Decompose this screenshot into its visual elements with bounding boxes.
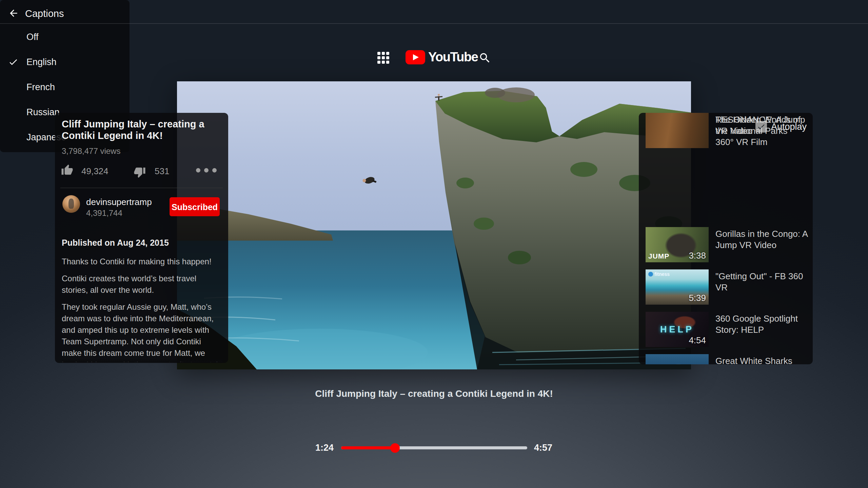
like-dislike-row: 49,324 531 — [60, 163, 223, 179]
captions-menu-title: Captions — [25, 8, 64, 19]
caption-option-english[interactable]: English — [0, 49, 868, 75]
divider — [60, 188, 223, 188]
up-next-title: RESONANCE: A Jump VR Video — [715, 114, 808, 137]
divider — [0, 23, 868, 24]
caption-option-label: English — [26, 49, 57, 75]
up-next-item[interactable]: fitness 5:39 "Getting Out" - FB 360 VR — [646, 269, 808, 309]
progress-fill — [341, 446, 395, 449]
thumbs-down-icon[interactable] — [134, 166, 146, 178]
up-next-title: Great White Sharks 360 Video 4K!! — [715, 355, 808, 364]
caption-option-label: French — [26, 75, 55, 100]
caption-option-label: Off — [26, 24, 39, 49]
video-thumbnail: HELP 4:54 — [646, 312, 709, 347]
progress-knob[interactable] — [390, 443, 400, 453]
dislike-count: 531 — [155, 166, 169, 177]
thumbnail-overlay-text: JUMP — [648, 252, 669, 260]
captions-menu-header: Captions — [0, 0, 868, 23]
video-frame — [177, 81, 691, 369]
up-next-title: Gorillas in the Congo: A Jump VR Video — [715, 228, 808, 251]
progress-track[interactable] — [341, 446, 527, 449]
caption-option-label: Russian — [26, 100, 60, 125]
caption-option-off[interactable]: Off — [0, 24, 868, 49]
description-paragraph: Thanks to Contiki for making this happen… — [62, 256, 223, 267]
thumbnail-overlay-text: HELP — [646, 324, 709, 335]
player-video-title: Cliff Jumping Italy – creating a Contiki… — [0, 388, 868, 399]
up-next-item[interactable]: JUMP 3:38 Gorillas in the Congo: A Jump … — [646, 227, 808, 266]
thumbs-up-icon[interactable] — [61, 164, 73, 176]
channel-name[interactable]: devinsupertramp — [86, 197, 152, 207]
current-time: 1:24 — [305, 443, 334, 453]
video-title: Cliff Jumping Italy – creating a Contiki… — [62, 118, 223, 141]
publish-date: Published on Aug 24, 2015 — [62, 238, 169, 248]
video-duration: 3:38 — [689, 250, 706, 261]
video-duration: 5:39 — [689, 293, 706, 303]
up-next-title: 360 Google Spotlight Story: HELP — [715, 313, 808, 336]
up-next-item[interactable]: 4:05 Great White Sharks 360 Video 4K!! — [646, 354, 808, 364]
like-count: 49,324 — [81, 166, 108, 177]
up-next-panel: Up Next Autoplay JUMP 3:38 Gorillas in t… — [639, 113, 813, 364]
youtube-tv-screen: YouTube — [0, 0, 868, 488]
video-thumbnail: fitness 5:39 — [646, 269, 709, 305]
view-count: 3,798,477 views — [62, 146, 120, 156]
video-player[interactable] — [177, 81, 691, 369]
progress-bar-row: 1:24 4:57 — [0, 441, 868, 461]
video-info-panel: Cliff Jumping Italy – creating a Contiki… — [55, 113, 228, 363]
video-thumbnail — [646, 113, 709, 148]
video-duration: 4:54 — [689, 335, 706, 346]
up-next-item[interactable]: RESONANCE: A Jump VR Video — [646, 113, 808, 152]
back-arrow-icon[interactable] — [8, 8, 19, 19]
video-description: Thanks to Contiki for making this happen… — [62, 256, 223, 362]
subscribed-button[interactable]: Subscribed — [170, 197, 220, 216]
check-icon — [8, 57, 18, 67]
total-time: 4:57 — [534, 443, 565, 453]
three-dots-icon[interactable] — [196, 168, 217, 172]
channel-avatar[interactable] — [62, 195, 80, 213]
subscriber-count: 4,391,744 — [86, 208, 122, 218]
playback-controls — [0, 407, 868, 444]
up-next-item[interactable]: HELP 4:54 360 Google Spotlight Story: HE… — [646, 312, 808, 351]
description-fade — [62, 358, 223, 362]
video-thumbnail: 4:05 — [646, 354, 709, 364]
thumbnail-overlay-text: fitness — [648, 271, 670, 277]
description-paragraph: They took regular Aussie guy, Matt, who’… — [62, 301, 223, 362]
up-next-title: "Getting Out" - FB 360 VR — [715, 271, 808, 293]
video-thumbnail: JUMP 3:38 — [646, 227, 709, 262]
description-paragraph: Contiki creates the world’s best travel … — [62, 273, 223, 296]
